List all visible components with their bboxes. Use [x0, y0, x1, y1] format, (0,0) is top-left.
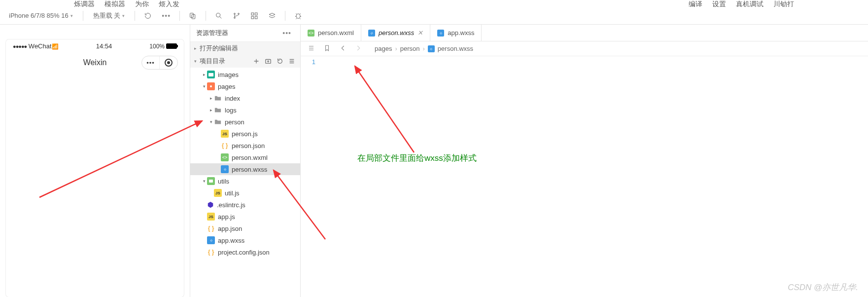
chevron-icon: ▸ — [201, 72, 207, 77]
hotreload-selector[interactable]: 热重载 关▾ — [89, 9, 129, 22]
carrier-label: ●●●●● WeChat📶 — [13, 42, 59, 50]
tree-item[interactable]: ⟐person.wxss — [190, 163, 300, 175]
json-icon: { } — [221, 142, 229, 149]
back-button[interactable] — [337, 44, 348, 53]
new-folder-button[interactable] — [264, 57, 273, 66]
chevron-icon: ▸ — [208, 96, 214, 101]
tree-item[interactable]: ▾utils — [190, 175, 300, 187]
tree-item-label: person.wxss — [232, 166, 267, 173]
capsule-button[interactable]: ••• — [141, 56, 178, 70]
bug-button[interactable] — [291, 9, 305, 23]
time-label: 14:54 — [96, 42, 112, 50]
layers-button[interactable] — [265, 9, 279, 23]
folder-icon — [214, 106, 222, 114]
tree-item-label: app.js — [218, 213, 235, 221]
tree-item[interactable]: JSapp.js — [190, 211, 300, 223]
tree-item[interactable]: ⟐app.wxss — [190, 234, 300, 246]
app-title: Weixin — [83, 58, 107, 67]
chevron-icon: ▸ — [208, 108, 214, 112]
tab-label: app.wxss — [448, 29, 474, 37]
search-button[interactable] — [212, 9, 226, 23]
tree-item[interactable]: ▾pages — [190, 80, 300, 92]
tree-item-label: index — [225, 95, 240, 102]
breadcrumb[interactable]: pages› person› ⟐ person.wxss — [375, 45, 473, 52]
js-icon: JS — [214, 189, 222, 197]
explorer-more-button[interactable]: ••• — [279, 29, 294, 37]
chevron-down-icon: ▾ — [194, 59, 197, 64]
svg-point-4 — [234, 17, 236, 18]
tree-item-label: pages — [218, 83, 235, 90]
editor-tabs: <>person.wxml⟐person.wxss✕⟐app.wxss — [301, 25, 868, 41]
editor-tab[interactable]: ⟐app.wxss — [430, 25, 482, 41]
js-icon: JS — [207, 213, 215, 221]
editor-tab[interactable]: ⟐person.wxss✕ — [361, 25, 430, 41]
list-button[interactable] — [306, 44, 316, 53]
grid-button[interactable] — [247, 9, 261, 23]
annotation-text: 在局部文件里面给wxss添加样式 — [357, 152, 477, 164]
tree-item[interactable]: ▸index — [190, 92, 300, 104]
wxss-icon: ⟐ — [207, 236, 215, 244]
file-tree: ▸images▾pages▸index▸logs▾personJSperson.… — [190, 68, 300, 297]
close-icon[interactable]: ✕ — [417, 29, 423, 37]
wxss-icon: ⟐ — [428, 45, 435, 52]
capsule-more-icon[interactable]: ••• — [142, 56, 160, 69]
bookmark-button[interactable] — [321, 44, 332, 53]
wxml-icon: <> — [221, 153, 229, 161]
tree-item[interactable]: { }person.json — [190, 140, 300, 151]
code-editor[interactable]: 1 在局部文件里面给wxss添加样式 — [301, 56, 868, 297]
svg-rect-9 — [255, 16, 257, 19]
folder-images-icon — [207, 71, 215, 78]
wxss-icon: ⟐ — [437, 30, 444, 37]
project-dir-section[interactable]: ▾ 项目目录 — [190, 55, 300, 68]
folder-icon — [214, 94, 222, 102]
tree-item[interactable]: ▸images — [190, 69, 300, 80]
json-icon: { } — [207, 224, 215, 232]
line-gutter: 1 — [301, 56, 320, 297]
explorer-title: 资源管理器 — [196, 29, 228, 37]
tree-item-label: person — [225, 118, 244, 126]
chevron-icon: ▾ — [208, 119, 214, 124]
tree-item[interactable]: { }app.json — [190, 223, 300, 234]
svg-line-12 — [355, 66, 414, 152]
rotate-button[interactable] — [141, 9, 155, 23]
tree-item[interactable]: ▸logs — [190, 104, 300, 116]
more-button[interactable]: ••• — [159, 12, 174, 20]
svg-point-2 — [216, 13, 220, 17]
json-icon: { } — [207, 248, 215, 256]
svg-point-5 — [238, 13, 240, 14]
wxss-icon: ⟐ — [368, 30, 375, 37]
chevron-right-icon: ▸ — [194, 46, 197, 51]
tree-item-label: project.config.json — [218, 249, 270, 256]
js-icon: JS — [221, 130, 229, 138]
tree-item-label: person.js — [232, 130, 258, 138]
tree-item[interactable]: <>person.wxml — [190, 151, 300, 163]
open-editors-section[interactable]: ▸ 打开的编辑器 — [190, 42, 300, 55]
svg-rect-7 — [255, 13, 257, 15]
device-selector[interactable]: iPhone 6/7/8 85% 16▾ — [5, 10, 77, 21]
tree-item[interactable]: JSperson.js — [190, 128, 300, 140]
refresh-button[interactable] — [276, 57, 284, 66]
new-file-button[interactable] — [252, 57, 261, 66]
chevron-icon: ▾ — [201, 179, 207, 184]
capsule-close-icon[interactable] — [160, 56, 177, 69]
chevron-icon: ▾ — [201, 84, 207, 89]
toolbar: iPhone 6/7/8 85% 16▾ 热重载 关▾ ••• — [0, 7, 868, 25]
collapse-button[interactable] — [287, 57, 296, 66]
wifi-icon: 📶 — [52, 43, 59, 49]
tree-item[interactable]: .eslintrc.js — [190, 199, 300, 211]
tree-item[interactable]: JSutil.js — [190, 187, 300, 199]
wxml-icon: <> — [308, 30, 314, 37]
tree-item[interactable]: { }project.config.json — [190, 246, 300, 258]
tree-item[interactable]: ▾person — [190, 116, 300, 128]
tab-label: person.wxml — [318, 29, 354, 37]
battery-indicator: 100% — [149, 43, 177, 50]
chevron-down-icon: ▾ — [70, 13, 73, 18]
svg-rect-8 — [251, 16, 254, 19]
copy-panels-button[interactable] — [186, 9, 200, 23]
editor-tab[interactable]: <>person.wxml — [301, 25, 361, 41]
tree-item-label: util.js — [225, 189, 240, 197]
branch-button[interactable] — [230, 9, 243, 23]
tree-item-label: app.wxss — [218, 237, 244, 244]
explorer-panel: 资源管理器 ••• ▸ 打开的编辑器 ▾ 项目目录 ▸images▾pages▸… — [190, 25, 301, 297]
forward-button[interactable] — [353, 44, 364, 53]
